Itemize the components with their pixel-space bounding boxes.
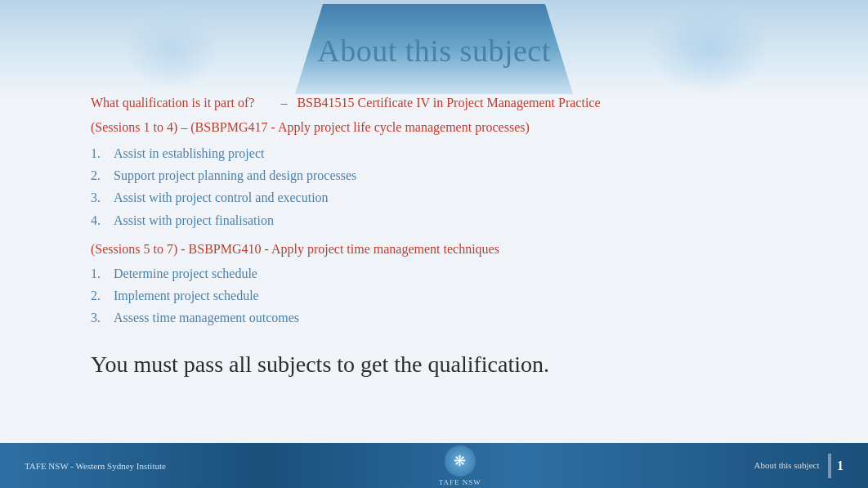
list-item: 4. Assist with project finalisation xyxy=(91,209,777,231)
list-number-4: 4. xyxy=(91,209,107,231)
page-title: About this subject xyxy=(317,33,551,69)
list-item-s2-text-2: Implement project schedule xyxy=(114,284,259,307)
list-item: 3. Assess time management outcomes xyxy=(91,307,777,329)
list-item: 1. Assist in establishing project xyxy=(91,142,777,164)
list-item-text-3: Assist with project control and executio… xyxy=(114,186,329,208)
list-item-s2-text-1: Determine project schedule xyxy=(114,262,257,284)
footer-logo-symbol: ❋ xyxy=(454,452,466,470)
qualification-name: BSB41515 Certificate IV in Project Manag… xyxy=(297,96,600,110)
footer-right-text: About this subject xyxy=(754,459,819,469)
list-item: 2. Implement project schedule xyxy=(91,284,777,307)
list-item-text-1: Assist in establishing project xyxy=(114,142,264,164)
list-number-2: 2. xyxy=(91,164,107,186)
list-number-s2-2: 2. xyxy=(91,284,107,307)
list-number-1: 1. xyxy=(91,142,107,164)
qualification-label: What qualification is it part of? xyxy=(91,96,254,110)
list-item: 2. Support project planning and design p… xyxy=(91,164,777,186)
footer-left-text: TAFE NSW - Western Sydney Institute xyxy=(25,461,166,471)
qualification-dash: – xyxy=(280,96,287,110)
qualification-line: What qualification is it part of? – BSB4… xyxy=(91,93,777,113)
list-item: 3. Assist with project control and execu… xyxy=(91,186,777,208)
footer-logo-icon: ❋ xyxy=(445,445,476,477)
sessions2-list: 1. Determine project schedule 2. Impleme… xyxy=(91,262,777,329)
list-number-s2-1: 1. xyxy=(91,262,107,284)
sessions2-header: (Sessions 5 to 7) - BSBPMG410 - Apply pr… xyxy=(91,240,777,259)
footer-page-number: 1 xyxy=(837,459,843,472)
footer-logo-text: TAFE NSW xyxy=(439,478,481,486)
list-item-text-4: Assist with project finalisation xyxy=(114,209,274,231)
list-item-s2-text-3: Assess time management outcomes xyxy=(114,307,299,329)
footer-left: TAFE NSW - Western Sydney Institute xyxy=(25,461,166,471)
closing-text: You must pass all subjects to get the qu… xyxy=(91,351,777,378)
list-item-text-2: Support project planning and design proc… xyxy=(114,164,356,186)
list-number-3: 3. xyxy=(91,186,107,208)
main-content: What qualification is it part of? – BSB4… xyxy=(58,93,810,378)
list-item: 1. Determine project schedule xyxy=(91,262,777,284)
footer-center: ❋ TAFE NSW xyxy=(439,445,481,486)
footer-right: About this subject 1 xyxy=(754,454,843,478)
sessions1-header: (Sessions 1 to 4) – (BSBPMG417 - Apply p… xyxy=(91,118,777,137)
sessions1-list: 1. Assist in establishing project 2. Sup… xyxy=(91,142,777,231)
content-area: About this subject What qualification is… xyxy=(0,0,868,443)
footer-divider xyxy=(828,454,831,478)
list-number-s2-3: 3. xyxy=(91,307,107,329)
bottom-bar: TAFE NSW - Western Sydney Institute ❋ TA… xyxy=(0,443,868,488)
